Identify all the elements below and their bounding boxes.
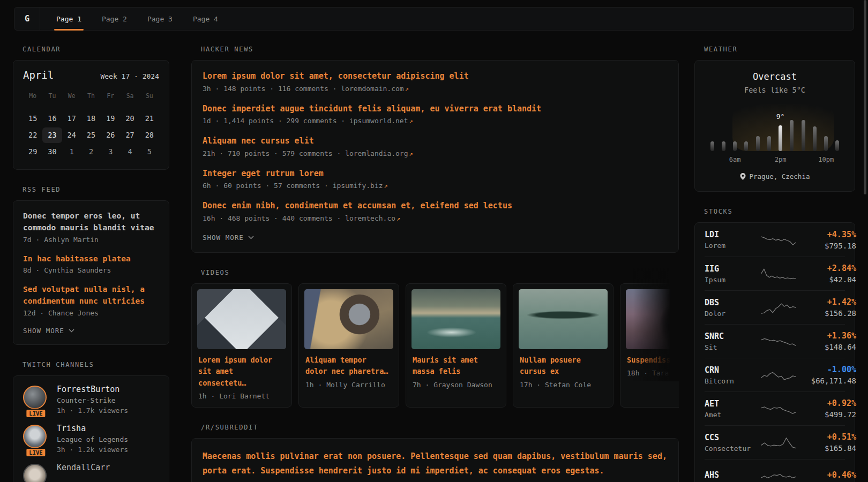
video-card[interactable]: Suspendisse diam 18h · Tara <box>620 283 679 408</box>
hackernews-item-title[interactable]: Lorem ipsum dolor sit amet, consectetur … <box>203 71 668 82</box>
hackernews-item-domain[interactable]: ipsumify.biz <box>333 182 383 190</box>
hackernews-item-title[interactable]: Donec enim nibh, condimentum et accumsan… <box>203 201 668 212</box>
video-thumbnail[interactable] <box>626 289 679 349</box>
twitch-avatar-wrap: LIVE <box>23 424 49 454</box>
video-thumbnail[interactable] <box>411 289 500 349</box>
video-thumbnail[interactable] <box>519 289 608 349</box>
stock-row[interactable]: LDI Lorem +4.35% $795.18 <box>705 223 845 257</box>
rss-item-title[interactable]: Donec tempor eros leo, ut commodo mauris… <box>23 210 159 234</box>
video-title[interactable]: Aliquam tempor dolor nec pharetra… <box>305 355 392 378</box>
avatar <box>23 425 47 448</box>
weather-highlight-temp: 9° <box>776 112 785 120</box>
calendar-day[interactable]: 30 <box>42 144 62 160</box>
calendar-day[interactable]: 2 <box>81 144 101 160</box>
page-tab[interactable]: Page 3 <box>144 7 176 30</box>
twitch-channel-row[interactable]: LIVE ForrestBurton Counter-Strike 1h · 1… <box>23 385 159 415</box>
calendar-day[interactable]: 25 <box>81 127 101 143</box>
calendar-day[interactable]: 1 <box>62 144 81 160</box>
stock-id: SNRC Sit <box>705 332 761 351</box>
scrollbar-thumb[interactable] <box>864 0 866 194</box>
twitch-channel-meta: 3h · 1.2k viewers <box>57 446 128 454</box>
calendar-day[interactable]: 4 <box>120 144 139 160</box>
twitch-channel-row[interactable]: LIVE Trisha League of Legends 3h · 1.2k … <box>23 424 159 454</box>
hackernews-item-title[interactable]: Integer eget rutrum lorem <box>203 169 668 179</box>
calendar-day[interactable]: 28 <box>140 127 159 143</box>
rss-item-title[interactable]: In hac habitasse platea <box>23 253 159 265</box>
stock-ticker: AET <box>705 399 761 409</box>
app-logo[interactable]: G <box>14 7 40 30</box>
twitch-channel-info: ForrestBurton Counter-Strike 1h · 1.7k v… <box>57 385 128 415</box>
rss-item: Donec tempor eros leo, ut commodo mauris… <box>23 210 159 244</box>
hackernews-list: Lorem ipsum dolor sit amet, consectetur … <box>203 71 668 222</box>
stock-row[interactable]: CCS Consectetur +0.51% $165.84 <box>705 425 845 459</box>
stock-row[interactable]: CRN Bitcorn -1.00% $66,171.48 <box>705 358 845 391</box>
stock-sparkline <box>761 300 796 314</box>
calendar-day[interactable]: 3 <box>101 144 120 160</box>
video-title[interactable]: Lorem ipsum dolor sit amet consectetu… <box>198 355 285 389</box>
calendar-weekday: Su <box>140 90 159 102</box>
stock-sparkline <box>761 435 796 449</box>
twitch-channel-row[interactable]: LIVE KendallCarr <box>23 463 159 482</box>
external-link-icon: ↗ <box>405 85 409 93</box>
stock-ticker: CCS <box>705 433 761 442</box>
video-meta: 17h · Stefan Cole <box>520 381 607 389</box>
hackernews-show-more-button[interactable]: SHOW MORE <box>203 234 668 242</box>
stock-row[interactable]: IIG Ipsum +2.84% $42.04 <box>705 257 845 290</box>
weather-section: WEATHER Overcast Feels like 5°C 6am9°2pm… <box>694 46 855 192</box>
hackernews-item-domain[interactable]: ipsumworld.net <box>349 117 408 125</box>
calendar-day[interactable]: 21 <box>140 111 159 126</box>
hackernews-section-title: HACKER NEWS <box>201 46 679 53</box>
video-title[interactable]: Suspendisse diam <box>627 355 679 366</box>
twitch-channel-name: KendallCarr <box>57 463 110 472</box>
calendar-day[interactable]: 29 <box>23 144 42 160</box>
calendar-day[interactable]: 22 <box>23 127 42 143</box>
calendar-day[interactable]: 27 <box>120 127 139 143</box>
stock-row[interactable]: DBS Dolor +1.42% $156.28 <box>705 290 845 324</box>
video-thumbnail[interactable] <box>304 289 393 349</box>
hackernews-item-domain[interactable]: loremdomain.com <box>341 85 403 93</box>
calendar-day[interactable]: 26 <box>101 127 120 143</box>
subreddit-post-title[interactable]: Maecenas mollis pulvinar erat non posuer… <box>203 449 668 478</box>
video-title[interactable]: Mauris sit amet massa felis <box>413 355 499 378</box>
stocks-card: LDI Lorem +4.35% $795.18 IIG Ipsum <box>694 222 855 482</box>
calendar-day[interactable]: 23 <box>42 127 62 143</box>
hackernews-item-domain[interactable]: loremlandia.org <box>345 149 408 157</box>
page-tab[interactable]: Page 1 <box>53 7 85 30</box>
calendar-day[interactable]: 19 <box>101 111 120 126</box>
calendar-day[interactable]: 5 <box>140 144 159 160</box>
video-card[interactable]: Nullam posuere cursus ex 17h · Stefan Co… <box>513 283 613 408</box>
calendar-day[interactable]: 20 <box>120 111 139 126</box>
page-tab[interactable]: Page 2 <box>99 7 130 30</box>
video-card[interactable]: Mauris sit amet massa felis 7h · Grayson… <box>406 283 506 408</box>
weather-section-title: WEATHER <box>704 46 855 53</box>
stock-price: $42.04 <box>796 275 856 284</box>
video-title[interactable]: Nullam posuere cursus ex <box>520 355 607 378</box>
rss-show-more-button[interactable]: SHOW MORE <box>23 327 159 335</box>
calendar-weekday: Th <box>81 90 101 102</box>
weather-bar: 6am <box>733 112 737 151</box>
video-card[interactable]: Lorem ipsum dolor sit amet consectetu… 1… <box>191 283 292 408</box>
page-tab[interactable]: Page 4 <box>190 7 221 30</box>
video-card[interactable]: Aliquam tempor dolor nec pharetra… 1h · … <box>298 283 399 408</box>
hackernews-item-title[interactable]: Aliquam nec cursus elit <box>203 136 668 147</box>
stock-row[interactable]: AHS +0.46% <box>705 459 845 482</box>
calendar-day[interactable]: 16 <box>42 111 62 126</box>
calendar-day[interactable]: 17 <box>62 111 81 126</box>
hackernews-item: Donec imperdiet augue tincidunt felis al… <box>203 104 668 125</box>
rss-item-title[interactable]: Sed volutpat nulla nisl, a condimentum n… <box>23 284 159 307</box>
calendar-day[interactable]: 18 <box>81 111 101 126</box>
rss-section-title: RSS FEED <box>23 186 169 193</box>
right-column: WEATHER Overcast Feels like 5°C 6am9°2pm… <box>694 41 855 482</box>
calendar-day[interactable]: 24 <box>62 127 81 143</box>
stock-row[interactable]: AET Amet +0.92% $499.72 <box>705 391 845 425</box>
hackernews-item-title[interactable]: Donec imperdiet augue tincidunt felis al… <box>203 104 668 115</box>
calendar-weekday: Tu <box>42 90 62 102</box>
hackernews-item-domain[interactable]: loremtech.co <box>345 214 395 222</box>
weather-card: Overcast Feels like 5°C 6am9°2pm10pm Pra… <box>694 60 855 192</box>
stock-price: $148.64 <box>796 343 856 351</box>
calendar-day[interactable]: 15 <box>23 111 42 126</box>
stock-row[interactable]: SNRC Sit +1.36% $148.64 <box>705 324 845 358</box>
stock-name: Sit <box>705 343 761 351</box>
video-thumbnail[interactable] <box>197 289 286 349</box>
hackernews-item-meta: 21h · 710 points · 579 comments · loreml… <box>203 149 668 157</box>
